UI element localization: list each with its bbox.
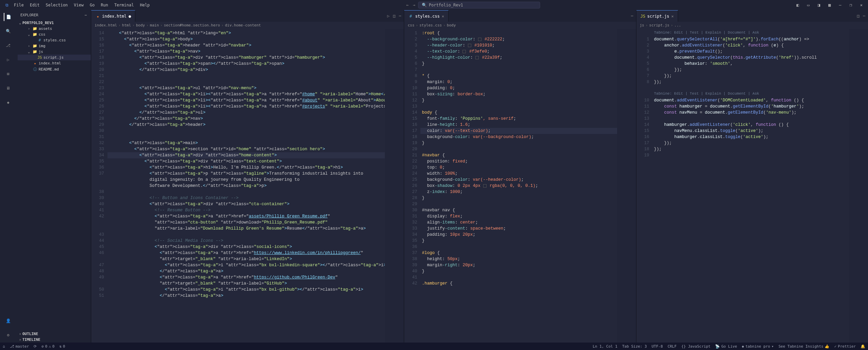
tabnine-icon[interactable]: ◆ bbox=[4, 98, 12, 106]
tab-label: script.js bbox=[647, 14, 669, 19]
tree-item-img[interactable]: ›📁 img bbox=[18, 43, 91, 49]
panel-toggle-icon[interactable]: ▭ bbox=[805, 1, 812, 9]
git-sync[interactable]: ⟳ bbox=[34, 344, 37, 349]
close-icon[interactable]: ✕ bbox=[671, 14, 674, 19]
problems[interactable]: ⊘ 0 ⚠ 0 bbox=[41, 344, 55, 349]
minimap[interactable] bbox=[849, 29, 868, 343]
tab-modified-icon: ● bbox=[129, 14, 131, 19]
split-icon[interactable]: ◫ bbox=[857, 14, 860, 18]
maximize-icon[interactable]: ❐ bbox=[847, 1, 855, 9]
code-editor[interactable]: Tabnine: Edit | Test | Explain | Documen… bbox=[653, 29, 849, 343]
code-editor[interactable]: :root { --background-color: #222222; --h… bbox=[420, 29, 617, 343]
git-branch[interactable]: ⎇ master bbox=[10, 344, 29, 349]
explorer-title: EXPLORER bbox=[20, 13, 38, 17]
tree-item-styles-css[interactable]: # styles.css bbox=[18, 37, 91, 43]
close-window-icon[interactable]: ✕ bbox=[857, 1, 865, 9]
close-icon[interactable]: ✕ bbox=[442, 14, 444, 19]
main-menu: ⧉ bbox=[3, 1, 11, 9]
tree-item-css[interactable]: ⌄📁 css bbox=[18, 32, 91, 37]
encoding[interactable]: UTF-8 bbox=[652, 344, 663, 349]
remote-icon[interactable]: 🖥 bbox=[4, 84, 12, 92]
timeline-section[interactable]: ›TIMELINE bbox=[16, 337, 91, 343]
menu-edit[interactable]: Edit bbox=[27, 1, 42, 9]
extensions-icon[interactable]: ⊞ bbox=[4, 70, 12, 78]
menu-terminal[interactable]: Terminal bbox=[112, 1, 137, 9]
html-file-icon: ⬥ bbox=[95, 14, 100, 19]
cursor-position[interactable]: Ln 1, Col 1 bbox=[593, 344, 617, 349]
ports[interactable]: ⇅ 0 bbox=[59, 344, 65, 349]
explorer-sidebar: EXPLORER ⋯ ⌄PORTFOLIO_REV1 ›📁 assets⌄📁 c… bbox=[16, 10, 91, 343]
more-icon[interactable]: ⋯ bbox=[631, 14, 633, 18]
nav-back-icon[interactable]: ← bbox=[406, 3, 409, 7]
tabnine-status[interactable]: ◆ tabnine pro ▾ bbox=[742, 344, 774, 349]
tree-item-script-js[interactable]: JS script.js bbox=[18, 55, 91, 60]
js-file-icon: JS bbox=[640, 14, 645, 19]
tree-item-README-md[interactable]: ⓘ README.md bbox=[18, 66, 91, 73]
tree-item-js[interactable]: ⌄📁 js bbox=[18, 49, 91, 55]
search-icon: 🔍 bbox=[422, 3, 427, 7]
tab-label: styles.css bbox=[415, 14, 439, 19]
grid-icon[interactable]: ▦ bbox=[826, 1, 833, 9]
status-bar: ⌂ ⎇ master ⟳ ⊘ 0 ⚠ 0 ⇅ 0 Ln 1, Col 1 Tab… bbox=[0, 343, 868, 350]
tree-item-index-html[interactable]: ⬥ index.html bbox=[18, 60, 91, 66]
eol[interactable]: CRLF bbox=[668, 344, 677, 349]
css-file-icon: # bbox=[408, 14, 413, 19]
breadcrumb[interactable]: js › script.js › ... bbox=[636, 22, 868, 29]
project-root[interactable]: ⌄PORTFOLIO_REV1 bbox=[16, 20, 91, 26]
search-text: Portfolio_Rev1 bbox=[429, 3, 463, 7]
account-icon[interactable]: 👤 bbox=[4, 317, 12, 325]
tab-script-js[interactable]: JS script.js ✕ bbox=[636, 10, 678, 22]
code-editor[interactable]: <"attr">class="tag-a">html "attr">lang="… bbox=[107, 29, 385, 343]
language-mode[interactable]: {} JavaScript bbox=[681, 344, 710, 349]
tabnine-insights[interactable]: See Tabnine Insights 👍 bbox=[778, 344, 829, 349]
minimize-icon[interactable]: — bbox=[836, 1, 844, 9]
run-debug-icon[interactable]: ▷ bbox=[4, 56, 12, 64]
source-control-icon[interactable]: ⎇ bbox=[4, 41, 12, 50]
menu-view[interactable]: View bbox=[71, 1, 86, 9]
minimap[interactable] bbox=[617, 29, 636, 343]
tab-label: index.html bbox=[102, 14, 126, 19]
menu-selection[interactable]: Selection bbox=[43, 1, 71, 9]
prettier-status[interactable]: ✓ Prettier bbox=[834, 344, 856, 349]
layout-toggle-icon[interactable]: ◧ bbox=[794, 1, 802, 9]
more-icon[interactable]: ⋯ bbox=[863, 14, 865, 18]
menu-file[interactable]: File bbox=[11, 1, 26, 9]
minimap[interactable] bbox=[385, 29, 404, 343]
outline-section[interactable]: ›OUTLINE bbox=[16, 331, 91, 337]
tree-item-assets[interactable]: ›📁 assets bbox=[18, 26, 91, 32]
breadcrumb[interactable]: css › styles.css › body bbox=[404, 22, 636, 29]
activity-bar: 📄 🔍 ⎇ ▷ ⊞ 🖥 ◆ 👤 ⚙ bbox=[0, 10, 16, 343]
tab-index-html[interactable]: ⬥ index.html ● bbox=[91, 10, 135, 22]
more-icon[interactable]: ⋯ bbox=[84, 13, 87, 17]
more-icon[interactable]: ⋯ bbox=[399, 14, 401, 18]
nav-forward-icon[interactable]: → bbox=[413, 3, 415, 7]
command-center[interactable]: 🔍 Portfolio_Rev1 bbox=[418, 2, 540, 8]
settings-gear-icon[interactable]: ⚙ bbox=[4, 331, 12, 339]
go-live[interactable]: 📡 Go Live bbox=[715, 344, 737, 349]
vscode-logo-icon: ⧉ bbox=[3, 1, 11, 9]
search-icon[interactable]: 🔍 bbox=[4, 27, 12, 35]
split-icon[interactable]: ◫ bbox=[393, 14, 395, 18]
notifications-icon[interactable]: 🔔 bbox=[861, 344, 865, 349]
explorer-icon[interactable]: 📄 bbox=[4, 13, 12, 21]
tab-size[interactable]: Tab Size: 3 bbox=[622, 344, 647, 349]
run-icon[interactable]: ▷ bbox=[387, 14, 390, 18]
menu-go[interactable]: Go bbox=[87, 1, 97, 9]
sidebar-right-icon[interactable]: ◨ bbox=[815, 1, 823, 9]
remote-indicator[interactable]: ⌂ bbox=[3, 344, 5, 349]
menu-help[interactable]: Help bbox=[137, 1, 153, 9]
tab-styles-css[interactable]: # styles.css ✕ bbox=[404, 10, 448, 22]
menu-run[interactable]: Run bbox=[98, 1, 111, 9]
breadcrumb[interactable]: index.html › html › body › main › sectio… bbox=[91, 22, 404, 29]
